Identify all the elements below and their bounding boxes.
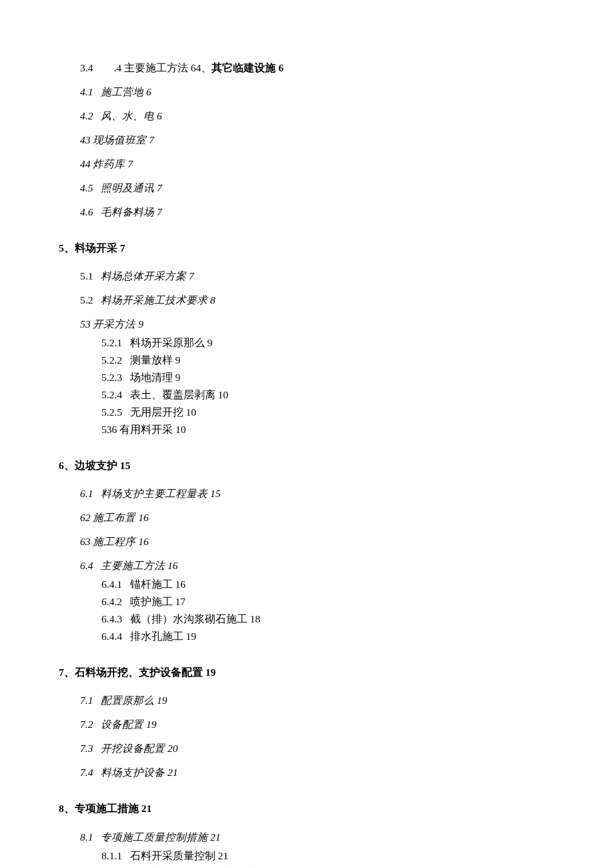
toc-4-2: 4.2 风、水、电 6: [59, 108, 566, 124]
toc-5-3-6: 536 有用料开采 10: [59, 422, 566, 438]
toc-6-1: 6.1 料场支护主要工程量表 15: [59, 486, 566, 502]
toc-text: .4 主要施工方法 64、: [113, 62, 212, 73]
toc-num: 3.4: [80, 62, 93, 73]
toc-7-2: 7.2 设备配置 19: [59, 717, 566, 733]
toc-text: 5、料场开采 7: [59, 242, 125, 254]
toc-7-3: 7.3 开挖设备配置 20: [59, 741, 566, 757]
toc-5-2: 5.2 料场开采施工技术要求 8: [59, 292, 566, 308]
toc-4-1: 4.1 施工营地 6: [59, 84, 566, 100]
toc-section-6: 6、边坡支护 15: [59, 458, 566, 474]
toc-6-4-3: 6.4.3 截（排）水沟浆砌石施工 18: [59, 611, 566, 627]
toc-7-1: 7.1 配置原那么 19: [59, 693, 566, 709]
toc-num: 6.4: [80, 560, 93, 571]
toc-text: 毛料备料场 7: [101, 206, 162, 218]
toc-text: 锚杆施工 16: [130, 578, 186, 590]
toc-text: 8、专项施工措施 21: [59, 803, 151, 814]
toc-5-1: 5.1 料场总体开采方案 7: [59, 268, 566, 284]
toc-num: 4.6: [80, 206, 93, 218]
toc-num: 7.1: [80, 695, 93, 706]
toc-num: 4.5: [80, 182, 93, 193]
toc-num: 7.4: [80, 767, 93, 778]
toc-num: 5.2.1: [101, 337, 122, 348]
toc-text: 施工营地 6: [101, 86, 151, 97]
toc-4-5: 4.5 照明及通讯 7: [59, 180, 566, 196]
toc-section-8: 8、专项施工措施 21: [59, 801, 566, 817]
toc-8-1-2: 8.1.2 锚杆施工质量保证技术措施 21: [59, 865, 566, 868]
toc-6-4: 6.4 主要施工方法 16: [59, 558, 566, 574]
toc-num: 6.1: [80, 488, 93, 499]
toc-num: 8.1: [80, 831, 93, 843]
toc-text: 料场开采施工技术要求 8: [101, 294, 216, 306]
toc-text: 44 炸药库 7: [80, 158, 133, 169]
toc-text: 喷护施工 17: [130, 596, 186, 607]
toc-num: 6.4.1: [101, 578, 122, 590]
toc-text: 场地清理 9: [130, 372, 181, 383]
toc-5-2-4: 5.2.4 表土、覆盖层剥离 10: [59, 387, 566, 403]
toc-text: 无用层开挖 10: [130, 406, 196, 418]
toc-section-5: 5、料场开采 7: [59, 240, 566, 256]
toc-8-1-1: 8.1.1 石料开采质量控制 21: [59, 848, 566, 864]
toc-text: 表土、覆盖层剥离 10: [130, 389, 228, 400]
toc: 3.4 .4 主要施工方法 64、其它临建设施 6 4.1 施工营地 6 4.2…: [59, 60, 566, 868]
toc-num: 6.4.4: [101, 630, 122, 642]
toc-5-2-5: 5.2.5 无用层开挖 10: [59, 404, 566, 420]
toc-5-2-3: 5.2.3 场地清理 9: [59, 370, 566, 386]
toc-tail: 其它临建设施 6: [212, 62, 284, 73]
toc-text: 7、石料场开挖、支护设备配置 19: [59, 667, 216, 678]
toc-5-2-1: 5.2.1 料场开采原那么 9: [59, 335, 566, 351]
toc-section-7: 7、石料场开挖、支护设备配置 19: [59, 665, 566, 681]
toc-text: 截（排）水沟浆砌石施工 18: [130, 613, 260, 624]
toc-6-4-1: 6.4.1 锚杆施工 16: [59, 576, 566, 592]
toc-text: 料场支护设备 21: [101, 767, 178, 778]
toc-num: 5.2.5: [101, 406, 122, 418]
toc-text: 536 有用料开采 10: [101, 424, 186, 435]
toc-6-4-2: 6.4.2 喷护施工 17: [59, 594, 566, 610]
toc-text: 设备配置 19: [101, 719, 156, 730]
toc-text: 排水孔施工 19: [130, 630, 196, 642]
toc-num: 5.2.3: [101, 372, 122, 383]
toc-num: 8.1.1: [101, 850, 122, 861]
toc-num: 5.2.2: [101, 354, 122, 366]
toc-text: 主要施工方法 16: [101, 560, 178, 571]
toc-head-3-4: 3.4 .4 主要施工方法 64、其它临建设施 6: [59, 60, 566, 76]
toc-4-6: 4.6 毛料备料场 7: [59, 204, 566, 220]
toc-num: 5.2: [80, 294, 93, 306]
toc-num: 4.2: [80, 110, 93, 121]
toc-num: 6.4.2: [101, 596, 122, 607]
toc-6-2: 62 施工布置 16: [59, 510, 566, 526]
toc-text: 料场总体开采方案 7: [101, 270, 194, 282]
toc-num: 7.3: [80, 743, 93, 754]
toc-5-3: 53 开采方法 9: [59, 316, 566, 332]
toc-7-4: 7.4 料场支护设备 21: [59, 765, 566, 781]
toc-6-4-4: 6.4.4 排水孔施工 19: [59, 628, 566, 644]
toc-num: 4.1: [80, 86, 93, 97]
toc-text: 石料开采质量控制 21: [130, 850, 228, 861]
toc-num: 5.1: [80, 270, 93, 282]
toc-text: 配置原那么 19: [101, 695, 167, 706]
toc-text: 6、边坡支护 15: [59, 460, 130, 471]
toc-text: 测量放样 9: [130, 354, 181, 366]
toc-4-3: 43 现场值班室 7: [59, 132, 566, 148]
toc-text: 43 现场值班室 7: [80, 134, 154, 145]
toc-text: 料场开采原那么 9: [130, 337, 213, 348]
toc-text: 63 施工程序 16: [80, 536, 149, 547]
toc-num: 7.2: [80, 719, 93, 730]
toc-text: 专项施工质量控制措施 21: [101, 831, 220, 843]
toc-4-4: 44 炸药库 7: [59, 156, 566, 172]
toc-5-2-2: 5.2.2 测量放样 9: [59, 352, 566, 368]
toc-6-3: 63 施工程序 16: [59, 534, 566, 550]
toc-text: 开挖设备配置 20: [101, 743, 178, 754]
toc-text: 风、水、电 6: [101, 110, 162, 121]
toc-text: 62 施工布置 16: [80, 512, 149, 523]
toc-text: 照明及通讯 7: [101, 182, 162, 193]
toc-num: 5.2.4: [101, 389, 122, 400]
toc-text: 料场支护主要工程量表 15: [101, 488, 220, 499]
toc-text: 53 开采方法 9: [80, 318, 143, 330]
toc-num: 6.4.3: [101, 613, 122, 624]
toc-8-1: 8.1 专项施工质量控制措施 21: [59, 829, 566, 845]
